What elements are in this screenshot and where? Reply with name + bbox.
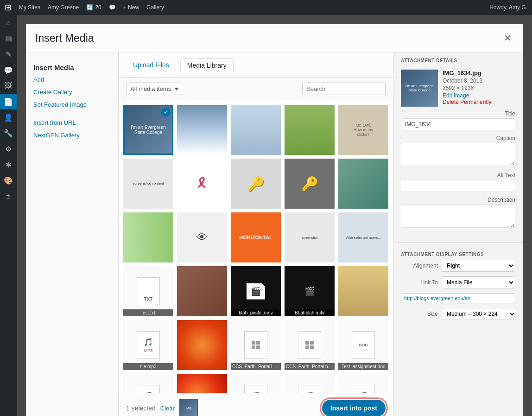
attachment-dims: 2592 × 1936 xyxy=(443,85,515,91)
media-item-9[interactable]: 🔑 xyxy=(285,159,335,209)
media-item-28[interactable]: 🎵 M4A crooquet1.m4a xyxy=(231,374,281,393)
description-textarea[interactable] xyxy=(401,205,515,228)
media-item-30[interactable]: 🎵 M4A episode11.m4a xyxy=(338,374,388,393)
sidebar-icon-tools[interactable]: 🔧 xyxy=(0,125,17,141)
caption-textarea[interactable] xyxy=(401,143,515,166)
sidebar-link-add-media[interactable]: Add xyxy=(26,73,118,86)
updates-link[interactable]: 🔄 20 xyxy=(86,4,101,11)
link-to-select[interactable]: Media File Attachment Page Custom URL No… xyxy=(442,276,515,288)
sidebar-link-insert-url[interactable]: Insert from URL xyxy=(26,116,118,129)
media-item-12[interactable]: 👁 xyxy=(177,212,227,262)
url-field xyxy=(401,293,515,303)
media-item-7[interactable]: 🎗 xyxy=(177,159,227,209)
media-item-6[interactable]: screenshot content xyxy=(123,159,173,209)
attachment-date: October 8, 2013 xyxy=(443,77,515,84)
media-item-23[interactable]: CCS_Earth_Portal1.html xyxy=(231,320,281,370)
display-settings: Alignment Left Center Right None Link To xyxy=(393,260,523,329)
media-filter-select[interactable]: All media items Images Audio Video Docum… xyxy=(126,83,182,95)
media-item-17[interactable] xyxy=(177,266,227,316)
media-item-22[interactable] xyxy=(177,320,227,370)
sidebar-icon-settings[interactable]: ⚙ xyxy=(0,141,17,157)
sidebar-icon-comments[interactable]: 💬 xyxy=(0,62,17,78)
clear-selection-link[interactable]: Clear xyxy=(160,405,175,412)
details-divider xyxy=(393,242,523,243)
media-item-label-23: CCS_Earth_Portal1.html xyxy=(231,363,281,370)
media-item-26[interactable]: 🎵 MP3 UpAllNight.mp3 xyxy=(123,374,173,393)
media-item-15[interactable]: With selected users... xyxy=(338,212,388,262)
wp-logo-icon[interactable]: ⊞ xyxy=(5,2,12,13)
sidebar-icon-pages[interactable]: 📄 xyxy=(0,94,17,109)
alignment-label: Alignment xyxy=(401,262,438,269)
media-item-4[interactable] xyxy=(285,105,335,155)
title-label: Title xyxy=(401,110,515,117)
sidebar-icon-home[interactable]: ⌂ xyxy=(0,15,17,31)
media-item-label-19: BLahblah.m4v xyxy=(285,309,335,316)
alt-text-label: Alt Text xyxy=(401,172,515,179)
tab-media-library[interactable]: Media Library xyxy=(180,58,234,72)
sidebar-icon-users[interactable]: 👤 xyxy=(0,109,17,125)
attachment-fields: Title Caption Alt Text Description xyxy=(393,110,523,238)
media-item-8[interactable]: 🔑 xyxy=(231,159,281,209)
alt-text-field: Alt Text xyxy=(401,172,515,192)
media-item-21[interactable]: 🎵 MP3 file.mp3 xyxy=(123,320,173,370)
modal-tabs: Upload Files Media Library xyxy=(119,52,393,78)
sidebar-icon-dashboard[interactable]: ▦ xyxy=(0,31,17,46)
title-field: Title xyxy=(401,110,515,130)
media-item-label-18: blah_poster.mov xyxy=(231,309,281,316)
media-item-1[interactable]: I'm an Evergreen State College ✓ xyxy=(123,105,173,155)
title-input[interactable] xyxy=(401,118,515,130)
media-item-3[interactable] xyxy=(231,105,281,155)
alt-text-input[interactable] xyxy=(401,180,515,192)
media-item-14[interactable]: screenshot xyxy=(285,212,335,262)
media-item-10[interactable] xyxy=(338,159,388,209)
media-item-11[interactable] xyxy=(123,212,173,262)
modal-close-button[interactable]: ✕ xyxy=(502,32,513,45)
media-item-13[interactable]: HORIZONTAL xyxy=(231,212,281,262)
media-item-20[interactable] xyxy=(338,266,388,316)
selected-thumbnail: IMG xyxy=(179,399,198,416)
selected-info: 1 selected Clear IMG xyxy=(126,399,198,416)
media-item-29[interactable]: 🎵 M4A crooquet.m4a xyxy=(285,374,335,393)
comments-link[interactable]: 💬 xyxy=(109,4,116,11)
insert-into-post-button[interactable]: Insert into post xyxy=(322,400,386,416)
size-field: Size Thumbnail – 150 × 150 Medium – 300 … xyxy=(401,308,515,320)
delete-permanently-link[interactable]: Delete Permanently xyxy=(443,99,515,105)
media-item-24[interactable]: CCS_Earth_Portal.html xyxy=(285,320,335,370)
size-select[interactable]: Thumbnail – 150 × 150 Medium – 300 × 224… xyxy=(442,308,516,320)
attachment-thumbnail-area: I'm an Evergreen State College IMG_1634.… xyxy=(393,66,523,110)
sidebar-icon-edit[interactable]: ✎ xyxy=(0,46,17,62)
wp-sidebar: ⌂ ▦ ✎ 💬 🖼 📄 👤 🔧 ⚙ ✱ 🎨 ± xyxy=(0,15,17,416)
media-search-input[interactable] xyxy=(302,83,386,95)
caption-label: Caption xyxy=(401,135,515,141)
sidebar-link-set-featured[interactable]: Set Featured Image xyxy=(26,98,118,111)
sidebar-icon-palette[interactable]: 🎨 xyxy=(0,173,17,188)
modal-sidebar-title: Insert Media xyxy=(26,60,118,73)
alignment-select[interactable]: Left Center Right None xyxy=(442,260,515,272)
description-label: Description xyxy=(401,197,515,203)
url-input[interactable] xyxy=(401,293,515,303)
media-item-25[interactable]: DOC Test_assignment.doc xyxy=(338,320,388,370)
sidebar-icon-media[interactable]: 🖼 xyxy=(0,78,17,94)
selected-count: 1 selected xyxy=(126,404,156,412)
media-item-5[interactable]: Mr. Owl,How manyclicks? xyxy=(338,105,388,155)
gallery-link[interactable]: Gallery xyxy=(146,4,164,11)
sidebar-link-nextgen[interactable]: NextGEN Gallery xyxy=(26,129,118,141)
my-sites-link[interactable]: My Sites xyxy=(19,4,40,11)
media-item-18[interactable]: 🎬 blah_poster.mov xyxy=(231,266,281,316)
media-item-label-16: test.txt xyxy=(123,309,173,316)
sidebar-icon-extra[interactable]: ± xyxy=(0,188,17,204)
media-item-19[interactable]: 🎬 BLahblah.m4v xyxy=(285,266,335,316)
sidebar-icon-plugins[interactable]: ✱ xyxy=(0,157,17,173)
user-name[interactable]: Amy Greene xyxy=(48,4,79,11)
media-grid-container[interactable]: I'm an Evergreen State College ✓ xyxy=(119,100,393,393)
modal-sidebar: Insert Media Add Create Gallery Set Feat… xyxy=(26,52,119,416)
media-item-2[interactable] xyxy=(177,105,227,155)
media-item-16[interactable]: TXT test.txt xyxy=(123,266,173,316)
media-item-check-1: ✓ xyxy=(161,108,171,117)
tab-upload-files[interactable]: Upload Files xyxy=(126,58,176,72)
sidebar-link-create-gallery[interactable]: Create Gallery xyxy=(26,86,118,98)
media-item-27[interactable] xyxy=(177,374,227,393)
new-link[interactable]: + New xyxy=(123,4,139,11)
edit-image-link[interactable]: Edit Image xyxy=(443,92,515,99)
description-field: Description xyxy=(401,197,515,229)
